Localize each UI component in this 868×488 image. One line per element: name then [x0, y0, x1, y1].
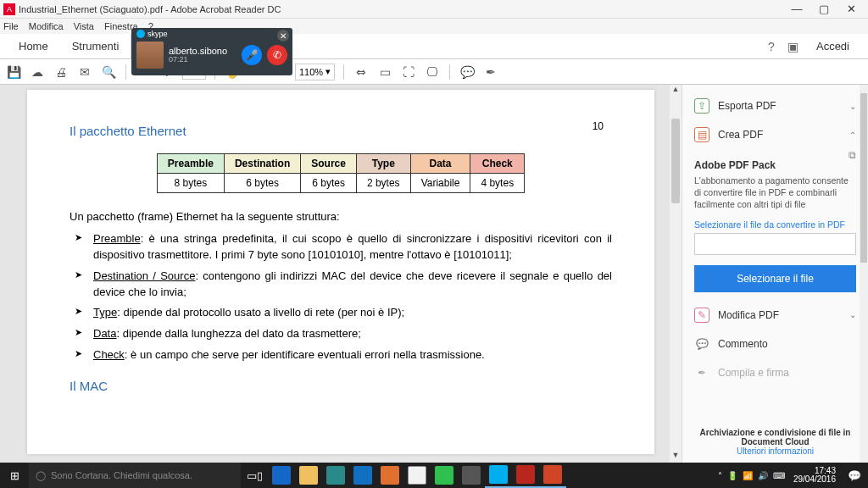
skype-hangup-button[interactable]: ✆ — [267, 45, 287, 65]
ethernet-frame-table: Preamble Destination Source Type Data Ch… — [157, 153, 525, 193]
doc-scrollbar[interactable]: ▲ ▼ — [670, 85, 682, 463]
pdf-page: 10 Il pacchetto Ethernet Preamble Destin… — [27, 90, 654, 454]
th-source: Source — [301, 154, 357, 174]
cortana-search[interactable]: ◯ Sono Cortana. Chiedimi qualcosa. — [29, 463, 241, 488]
td-source: 6 bytes — [301, 174, 357, 193]
panel-scrollbar[interactable] — [860, 85, 868, 463]
zoom-level[interactable]: 110% ▾ — [295, 64, 335, 80]
taskbar-skype[interactable] — [485, 463, 512, 488]
doc-intro: Un pacchetto (frame) Ethernet ha la segu… — [70, 210, 612, 223]
skype-call-overlay[interactable]: skype ✕ alberto.sibono 07:21 🎤 ✆ — [131, 28, 292, 75]
login-button[interactable]: Accedi — [804, 34, 861, 58]
scroll-up-icon[interactable]: ▲ — [670, 85, 682, 97]
menu-edit[interactable]: Modifica — [29, 21, 64, 31]
help-icon[interactable]: ? — [760, 40, 782, 53]
read-mode-icon[interactable]: 🖵 — [424, 64, 441, 80]
panel-comment[interactable]: 💬 Commento — [682, 330, 868, 358]
list-item: Destination / Source: contengono gli ind… — [93, 269, 612, 301]
skype-avatar — [136, 42, 164, 69]
list-item: Data: dipende dalla lunghezza del dato d… — [93, 326, 612, 342]
doc-heading-mac: Il MAC — [70, 379, 612, 393]
tray-chevron-icon[interactable]: ˄ — [718, 471, 722, 480]
cortana-placeholder: Sono Cortana. Chiedimi qualcosa. — [51, 470, 192, 480]
tray-battery-icon[interactable]: 🔋 — [727, 471, 737, 480]
comment-icon[interactable]: 💬 — [459, 64, 476, 80]
close-button[interactable]: ✕ — [837, 3, 865, 15]
tab-tools[interactable]: Strumenti — [60, 34, 131, 58]
maximize-button[interactable]: ▢ — [810, 3, 837, 15]
tray-volume-icon[interactable]: 🔊 — [758, 471, 768, 480]
list-item: Preamble: è una stringa predefinita, il … — [93, 231, 612, 263]
file-input[interactable] — [694, 233, 856, 255]
skype-close-button[interactable]: ✕ — [277, 30, 289, 42]
skype-mute-button[interactable]: 🎤 — [242, 45, 262, 65]
taskbar-clock[interactable]: 17:43 29/04/2016 — [788, 467, 841, 484]
sign-icon[interactable]: ✒ — [482, 64, 499, 80]
menu-file[interactable]: File — [3, 21, 19, 31]
fill-sign-icon: ✒ — [694, 365, 709, 380]
taskbar-explorer[interactable] — [295, 463, 322, 488]
select-file-button[interactable]: Selezionare il file — [694, 265, 856, 292]
comment-panel-icon: 💬 — [694, 336, 709, 352]
select-file-link[interactable]: Selezionare il file da convertire in PDF — [694, 219, 856, 230]
menu-view[interactable]: Vista — [74, 21, 94, 31]
th-check: Check — [470, 154, 525, 174]
skype-logo: skype — [136, 30, 168, 38]
cloud-icon[interactable]: ☁ — [29, 64, 46, 80]
panel-edit-label: Modifica PDF — [718, 309, 779, 321]
taskbar-mail[interactable] — [349, 463, 376, 488]
panel-fill-sign[interactable]: ✒ Compila e firma — [682, 358, 868, 387]
taskbar-powerpoint[interactable] — [539, 463, 566, 488]
window-title: Industrial_Ethernet (Sciaguato).pdf - Ad… — [19, 4, 783, 14]
taskbar-edge[interactable] — [268, 463, 295, 488]
pack-title: Adobe PDF Pack — [694, 159, 856, 171]
copy-icon[interactable]: ⧉ — [849, 149, 856, 161]
tray-network-icon[interactable]: 📶 — [743, 471, 753, 480]
task-view-icon[interactable]: ▭▯ — [241, 463, 268, 488]
taskbar-firefox[interactable] — [376, 463, 403, 488]
minimize-button[interactable]: — — [783, 3, 810, 15]
export-pdf-icon: ⇪ — [694, 98, 709, 114]
acrobat-app-icon: A — [3, 3, 15, 15]
mail-icon[interactable]: ✉ — [76, 64, 93, 80]
notification-icon[interactable]: ▣ — [782, 40, 804, 53]
cortana-icon: ◯ — [36, 470, 46, 481]
th-type: Type — [356, 154, 410, 174]
tray-keyboard-icon[interactable]: ⌨ — [773, 471, 785, 480]
taskbar-whatsapp[interactable] — [431, 463, 458, 488]
skype-call-time: 07:21 — [169, 56, 236, 64]
fullscreen-icon[interactable]: ⛶ — [400, 64, 417, 80]
panel-create-label: Crea PDF — [718, 129, 763, 141]
chevron-down-icon: ⌄ — [849, 310, 856, 319]
cloud-title: Archiviazione e condivisione di file in … — [682, 428, 868, 446]
panel-edit-pdf[interactable]: ✎ Modifica PDF ⌄ — [682, 301, 868, 330]
taskbar-chrome[interactable] — [403, 463, 431, 488]
fit-width-icon[interactable]: ⇔ — [353, 64, 370, 80]
panel-create-pdf[interactable]: ▤ Crea PDF ⌃ — [682, 120, 868, 149]
fit-page-icon[interactable]: ▭ — [376, 64, 393, 80]
scroll-thumb[interactable] — [671, 119, 680, 203]
chevron-down-icon: ⌄ — [849, 102, 856, 111]
page-number: 10 — [593, 120, 604, 132]
doc-bullet-list: Preamble: è una stringa predefinita, il … — [70, 231, 612, 363]
td-data: Variabile — [410, 174, 470, 193]
action-center-icon[interactable]: 💬 — [841, 463, 868, 488]
taskbar-television[interactable] — [458, 463, 485, 488]
search-icon[interactable]: 🔍 — [100, 64, 117, 80]
pack-desc: L'abbonamento a pagamento consente di co… — [694, 175, 856, 211]
taskbar-acrobat[interactable] — [512, 463, 539, 488]
panel-comment-label: Commento — [718, 338, 768, 350]
list-item: Check: è un campo che serve per identifi… — [93, 347, 612, 363]
panel-export-pdf[interactable]: ⇪ Esporta PDF ⌄ — [682, 92, 868, 120]
cloud-more-link[interactable]: Ulteriori informazioni — [682, 446, 868, 456]
taskbar-store[interactable] — [322, 463, 349, 488]
chevron-up-icon: ⌃ — [849, 130, 856, 140]
system-tray[interactable]: ˄ 🔋 📶 🔊 ⌨ — [715, 471, 788, 480]
start-button[interactable]: ⊞ — [0, 469, 29, 482]
save-icon[interactable]: 💾 — [5, 64, 22, 80]
td-check: 4 bytes — [470, 174, 525, 193]
th-destination: Destination — [224, 154, 300, 174]
scroll-down-icon[interactable]: ▼ — [670, 451, 682, 463]
tab-home[interactable]: Home — [7, 34, 60, 58]
print-icon[interactable]: 🖨 — [53, 64, 70, 80]
